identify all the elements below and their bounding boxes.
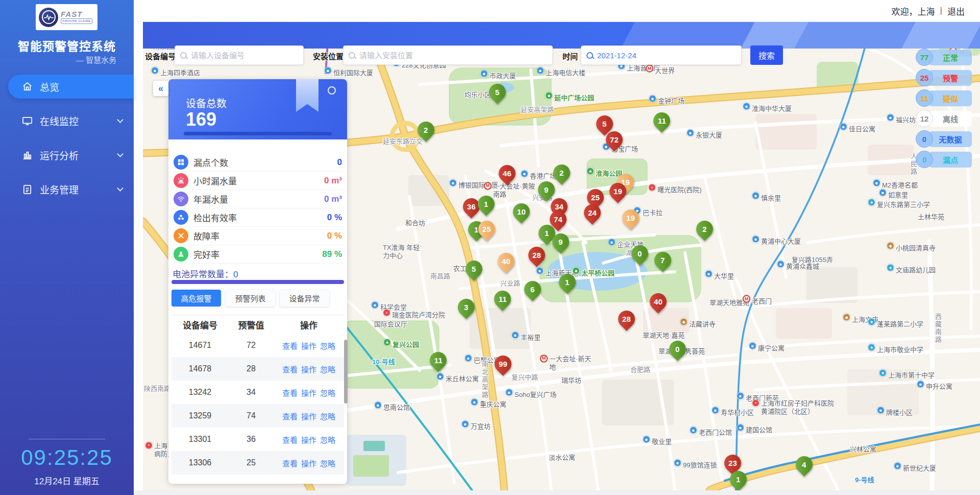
header-separator: | bbox=[940, 6, 942, 16]
legend-count: 11 bbox=[916, 89, 933, 107]
battery-progress-bar bbox=[172, 280, 344, 284]
cell-device-id: 13242 bbox=[172, 388, 229, 397]
school-icon: ★ bbox=[868, 199, 875, 206]
map-label: ■ 寿华村小区 bbox=[712, 407, 754, 417]
map-label: 翠湖天地·嘉苑 bbox=[643, 330, 684, 340]
map-canvas[interactable]: 设备编号 安装位置 时间 搜索 南京西路 ■ 上海四季酒店 ■ 上海招商局广场 bbox=[143, 22, 980, 490]
building-icon: ■ bbox=[687, 129, 694, 137]
stat-value: 0 bbox=[337, 157, 342, 168]
row-action-link[interactable]: 查看 bbox=[282, 387, 298, 398]
legend-label: 疑似 bbox=[929, 90, 972, 106]
install-location-field[interactable] bbox=[343, 45, 553, 65]
building-icon: ■ bbox=[879, 189, 887, 197]
table-row: 13306 25 查看操作忽略 bbox=[172, 451, 344, 475]
legend-count: 0 bbox=[916, 151, 933, 168]
legend-item[interactable]: 77 正常 bbox=[916, 49, 972, 66]
search-button[interactable]: 搜索 bbox=[750, 45, 783, 65]
building-icon: ■ bbox=[436, 373, 444, 381]
sidebar-menu-item[interactable]: 业务管理 bbox=[8, 177, 134, 201]
row-action-link[interactable]: 操作 bbox=[301, 434, 316, 445]
row-action-link[interactable]: 查看 bbox=[282, 364, 298, 374]
time-input[interactable] bbox=[597, 51, 736, 60]
device-id-field[interactable] bbox=[175, 45, 304, 65]
logo-emblem-icon bbox=[39, 8, 58, 27]
map-label: ♣ 太平桥公园 bbox=[572, 268, 615, 277]
panel-collapse-button[interactable]: « bbox=[153, 81, 168, 96]
row-action-link[interactable]: 忽略 bbox=[320, 434, 335, 445]
brand-name: FAST bbox=[61, 10, 92, 18]
row-action-link[interactable]: 操作 bbox=[301, 387, 316, 398]
map-label: 国际会议厅 bbox=[374, 319, 407, 328]
sidebar-menu-item[interactable]: 总览 bbox=[8, 75, 134, 99]
chevron-down-icon bbox=[117, 116, 124, 123]
row-action-link[interactable]: 查看 bbox=[282, 411, 298, 421]
device-id-label: 设备编号 bbox=[145, 51, 176, 61]
legend-item[interactable]: 0 无数据 bbox=[916, 130, 972, 148]
time-field[interactable] bbox=[581, 45, 742, 65]
building-icon: ■ bbox=[643, 436, 650, 443]
clock-divider bbox=[29, 439, 105, 439]
tab[interactable]: 高危报警 bbox=[172, 290, 221, 307]
clock-date: 12月24日 星期五 bbox=[0, 474, 134, 487]
system-subtitle: — 智慧水务 bbox=[0, 54, 116, 65]
row-action-link[interactable]: 操作 bbox=[301, 458, 316, 468]
map-label: + 瑞金医院卢湾分院 bbox=[383, 310, 445, 319]
stat-value: 0 % bbox=[327, 231, 342, 241]
alarm-icon bbox=[174, 173, 188, 188]
row-action-link[interactable]: 查看 bbox=[282, 340, 298, 351]
table-scrollbar[interactable] bbox=[344, 340, 348, 404]
sidebar-clock: 09:25:25 12月24日 星期五 bbox=[0, 439, 134, 487]
sidebar-menu-item[interactable]: 在线监控 bbox=[8, 109, 134, 133]
map-label: 均乐小区 bbox=[464, 89, 491, 99]
building-icon: ■ bbox=[536, 67, 544, 75]
legend-item[interactable]: 25 预警 bbox=[916, 69, 972, 86]
legend-item[interactable]: 0 漏点 bbox=[916, 151, 972, 168]
legend-count: 12 bbox=[916, 110, 933, 127]
building-icon: ■ bbox=[471, 398, 478, 406]
tab[interactable]: 设备异常 bbox=[280, 290, 329, 307]
row-action-link[interactable]: 查看 bbox=[282, 434, 298, 445]
row-action-link[interactable]: 查看 bbox=[282, 458, 298, 468]
building-icon: ■ bbox=[737, 424, 744, 432]
battery-label: 电池异常数量： bbox=[173, 270, 233, 279]
stat-row: 检出有效率 0 % bbox=[173, 208, 343, 227]
row-action-link[interactable]: 忽略 bbox=[320, 458, 335, 468]
cell-warn-value: 36 bbox=[229, 435, 274, 444]
cell-actions: 查看操作忽略 bbox=[274, 458, 344, 468]
building-icon: ■ bbox=[449, 179, 457, 187]
building-icon: ■ bbox=[374, 402, 382, 409]
company-logo: FAST GROUPE CLAIRE bbox=[36, 4, 97, 30]
row-action-link[interactable]: 忽略 bbox=[320, 387, 335, 398]
legend-item[interactable]: 12 离线 bbox=[916, 110, 972, 127]
row-action-link[interactable]: 忽略 bbox=[320, 364, 335, 374]
install-location-label: 安装位置 bbox=[313, 51, 344, 61]
cell-warn-value: 72 bbox=[229, 341, 274, 350]
map-label: ■ 大华里 bbox=[705, 271, 734, 280]
install-location-input[interactable] bbox=[359, 51, 547, 60]
map-label: ★ 蓬莱路第二小学 bbox=[868, 319, 923, 328]
building-icon: ■ bbox=[521, 170, 528, 178]
stat-value: 89 % bbox=[322, 249, 342, 260]
row-action-link[interactable]: 忽略 bbox=[320, 411, 335, 421]
legend-label: 漏点 bbox=[929, 152, 972, 168]
logout-link[interactable]: 退出 bbox=[947, 5, 965, 17]
map-label: ■ 淮海中华大厦 bbox=[743, 103, 792, 113]
cell-actions: 查看操作忽略 bbox=[274, 340, 344, 351]
row-action-link[interactable]: 忽略 bbox=[320, 340, 335, 351]
legend-label: 正常 bbox=[929, 50, 972, 65]
map-label: M 老西门 bbox=[743, 296, 772, 305]
building-icon: ■ bbox=[536, 267, 544, 275]
menu-item-label: 总览 bbox=[40, 80, 59, 93]
person-icon bbox=[174, 247, 188, 262]
sidebar-menu-item[interactable]: 运行分析 bbox=[8, 143, 134, 167]
row-action-link[interactable]: 操作 bbox=[301, 364, 316, 374]
row-action-link[interactable]: 操作 bbox=[301, 340, 316, 351]
legend-item[interactable]: 11 疑似 bbox=[916, 89, 972, 107]
device-id-input[interactable] bbox=[191, 51, 298, 60]
map-label: 兴业路 bbox=[500, 278, 520, 288]
map-label: ■ 市政大厦 bbox=[480, 70, 516, 80]
wifi-icon bbox=[174, 192, 188, 206]
tab[interactable]: 预警列表 bbox=[226, 290, 275, 307]
row-action-link[interactable]: 操作 bbox=[301, 411, 316, 421]
map-label: ◆ 法藏讲寺 bbox=[680, 319, 716, 328]
